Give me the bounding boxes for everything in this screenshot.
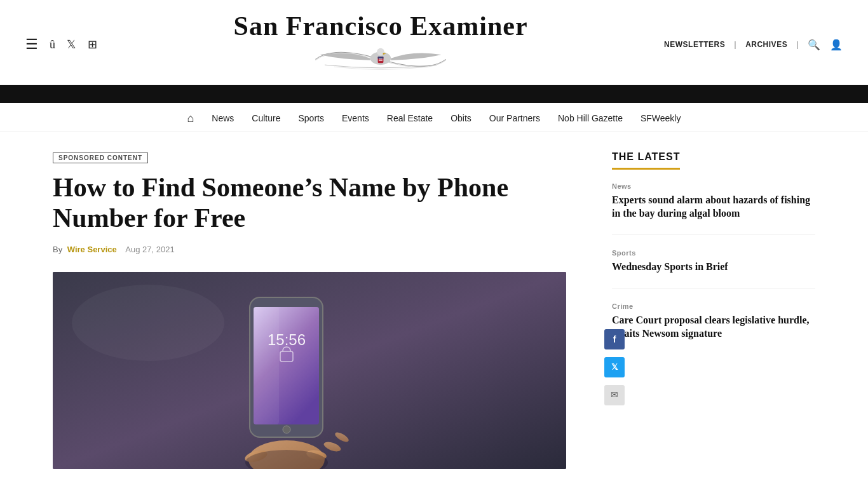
- header-right-actions: NEWSLETTERS | ARCHIVES | 🔍 👤: [664, 39, 843, 51]
- hamburger-menu-icon[interactable]: ☰: [25, 36, 38, 53]
- svg-text:15:56: 15:56: [268, 331, 306, 348]
- eagle-emblem: [311, 41, 451, 78]
- accent-bar: [0, 85, 868, 103]
- latest-item-3-category: Crime: [612, 302, 815, 310]
- latest-item-1-headline[interactable]: Experts sound alarm about hazards of fis…: [612, 193, 815, 220]
- sidebar: THE LATEST News Experts sound alarm abou…: [612, 132, 815, 470]
- nav-our-partners[interactable]: Our Partners: [489, 113, 540, 123]
- nav-nob-hill-gazette[interactable]: Nob Hill Gazette: [558, 113, 623, 123]
- nav-news[interactable]: News: [212, 113, 234, 123]
- by-label: By: [53, 245, 62, 254]
- divider2: |: [796, 40, 799, 49]
- latest-item-3: Crime Care Court proposal clears legisla…: [612, 302, 815, 355]
- article-author[interactable]: Wire Service: [67, 245, 117, 254]
- latest-item-2-headline[interactable]: Wednesday Sports in Brief: [612, 260, 815, 274]
- share-sidebar: f 𝕏 ✉: [604, 329, 625, 405]
- share-facebook-button[interactable]: f: [604, 329, 625, 349]
- nav-sports[interactable]: Sports: [299, 113, 324, 123]
- share-email-button[interactable]: ✉: [604, 385, 625, 405]
- article-meta: By Wire Service Aug 27, 2021: [53, 245, 587, 254]
- nav-obits[interactable]: Obits: [451, 113, 471, 123]
- nav-sfweekly[interactable]: SFWeekly: [641, 113, 681, 123]
- svg-point-8: [72, 285, 224, 361]
- article-title: How to Find Someone’s Name by Phone Numb…: [53, 172, 574, 234]
- masthead: San Francisco Examiner: [97, 11, 664, 78]
- latest-item-2: Sports Wednesday Sports in Brief: [612, 249, 815, 288]
- site-title[interactable]: San Francisco Examiner: [234, 11, 528, 41]
- header: ☰ û 𝕏 ⊞ San Francisco Examiner: [0, 0, 868, 85]
- svg-rect-3: [378, 57, 384, 59]
- main-nav: ⌂ News Culture Sports Events Real Estate…: [0, 103, 868, 132]
- twitter-icon[interactable]: 𝕏: [67, 37, 76, 51]
- latest-item-1-category: News: [612, 182, 815, 190]
- nav-real-estate[interactable]: Real Estate: [387, 113, 433, 123]
- home-nav-icon[interactable]: ⌂: [187, 112, 194, 125]
- latest-item-1: News Experts sound alarm about hazards o…: [612, 182, 815, 235]
- svg-point-14: [283, 426, 290, 433]
- search-icon[interactable]: 🔍: [808, 39, 821, 51]
- share-twitter-button[interactable]: 𝕏: [604, 357, 625, 377]
- latest-item-3-headline[interactable]: Care Court proposal clears legislative h…: [612, 313, 815, 341]
- archives-link[interactable]: ARCHIVES: [745, 40, 787, 49]
- page-wrapper: SPONSORED CONTENT How to Find Someone’s …: [27, 132, 841, 470]
- nav-events[interactable]: Events: [342, 113, 369, 123]
- svg-rect-11: [254, 307, 279, 424]
- newsletters-link[interactable]: NEWSLETTERS: [664, 40, 725, 49]
- user-icon[interactable]: 👤: [830, 39, 843, 51]
- latest-item-2-category: Sports: [612, 249, 815, 257]
- main-article: SPONSORED CONTENT How to Find Someone’s …: [53, 132, 587, 470]
- facebook-icon[interactable]: û: [50, 38, 55, 51]
- article-date: Aug 27, 2021: [125, 245, 174, 254]
- article-image: 15:56: [53, 272, 566, 469]
- divider: |: [734, 40, 736, 49]
- instagram-icon[interactable]: ⊞: [88, 37, 97, 51]
- header-left-icons: ☰ û 𝕏 ⊞: [25, 36, 97, 53]
- nav-culture[interactable]: Culture: [252, 113, 280, 123]
- article-image-svg: 15:56: [53, 272, 566, 469]
- latest-section-title: THE LATEST: [612, 151, 680, 170]
- sponsored-badge: SPONSORED CONTENT: [53, 152, 148, 163]
